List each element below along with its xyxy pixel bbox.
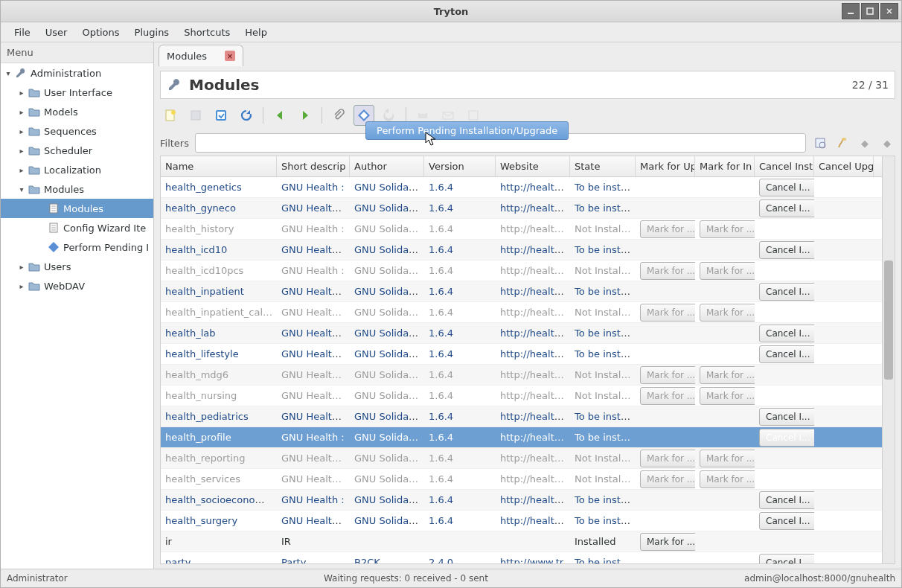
table-row[interactable]: partyPartyB2CK2.4.0http://www.trTo be in…: [161, 552, 882, 563]
mark-button[interactable]: Mark for ...: [640, 220, 695, 238]
cancel-button[interactable]: Cancel I...: [759, 491, 814, 509]
mark-button[interactable]: Mark for ...: [640, 387, 695, 405]
tree-webdav[interactable]: ▸WebDAV: [1, 276, 153, 295]
table-row[interactable]: health_profileGNU Health :GNU Solidario1…: [161, 427, 882, 448]
expander-icon[interactable]: ▸: [17, 166, 26, 174]
col-name[interactable]: Name: [161, 156, 277, 176]
table-row[interactable]: health_surgeryGNU Health: SGNU Solidario…: [161, 511, 882, 531]
mark-button[interactable]: Mark for ...: [640, 262, 695, 280]
cancel-button[interactable]: Cancel I...: [759, 241, 814, 259]
cancel-button[interactable]: Cancel I...: [759, 325, 814, 342]
col-mark-for-in[interactable]: Mark for In: [695, 156, 755, 176]
expander-icon[interactable]: ▸: [17, 127, 26, 135]
attach-icon[interactable]: [328, 105, 349, 126]
tree-modules[interactable]: Modules: [1, 199, 153, 218]
mark-button[interactable]: Mark for ...: [640, 304, 695, 322]
scrollbar-thumb[interactable]: [884, 261, 893, 380]
mark-button[interactable]: Mark for ...: [700, 450, 755, 467]
minimize-button[interactable]: [842, 3, 860, 19]
cancel-button[interactable]: Cancel I...: [759, 512, 814, 530]
table-row[interactable]: health_icd10GNU Health: IGNU Solidario1.…: [161, 240, 882, 261]
expander-icon[interactable]: ▾: [4, 69, 13, 77]
table-row[interactable]: irIRInstalledMark for ...: [161, 531, 882, 552]
tree-localization[interactable]: ▸Localization: [1, 160, 153, 179]
mark-button[interactable]: Mark for ...: [640, 470, 695, 488]
table-row[interactable]: health_nursingGNU Health : IGNU Solidari…: [161, 386, 882, 406]
mark-button[interactable]: Mark for ...: [700, 470, 755, 488]
expander-icon[interactable]: ▸: [17, 282, 26, 290]
mark-button[interactable]: Mark for ...: [700, 387, 755, 405]
nav-tree[interactable]: ▾Administration▸User Interface▸Models▸Se…: [1, 63, 153, 569]
tab-modules[interactable]: Modules ×: [159, 45, 243, 66]
vertical-scrollbar[interactable]: [882, 156, 895, 563]
menu-plugins[interactable]: Plugins: [127, 24, 177, 41]
table-row[interactable]: health_socioeconomicsGNU Health :GNU Sol…: [161, 490, 882, 511]
expander-icon[interactable]: ▸: [17, 89, 26, 97]
mark-button[interactable]: Mark for ...: [640, 450, 695, 467]
table-row[interactable]: health_servicesGNU Health : IGNU Solidar…: [161, 469, 882, 490]
table-row[interactable]: health_inpatient_calenGNU Health: IGNU S…: [161, 302, 882, 323]
table-row[interactable]: health_mdg6GNU Health : IGNU Solidario1.…: [161, 365, 882, 386]
expander-icon[interactable]: ▾: [17, 185, 26, 194]
mark-button[interactable]: Mark for ...: [700, 262, 755, 280]
cancel-button[interactable]: Cancel I...: [759, 408, 814, 426]
new-icon[interactable]: [160, 105, 181, 126]
table-row[interactable]: health_icd10pcsGNU Health :GNU Solidario…: [161, 261, 882, 281]
table-row[interactable]: health_geneticsGNU Health :GNU Solidario…: [161, 177, 882, 198]
save-icon[interactable]: [185, 105, 206, 126]
mark-button[interactable]: Mark for ...: [640, 533, 695, 551]
menu-shortcuts[interactable]: Shortcuts: [176, 24, 237, 41]
cancel-button[interactable]: Cancel I...: [759, 345, 814, 363]
table-row[interactable]: health_lifestyleGNU Health: LGNU Solidar…: [161, 344, 882, 365]
tree-administration[interactable]: ▾Administration: [1, 63, 153, 83]
tree-sequences[interactable]: ▸Sequences: [1, 121, 153, 141]
col-mark-for-up[interactable]: Mark for Up: [636, 156, 695, 176]
close-button[interactable]: [880, 3, 898, 19]
tree-models[interactable]: ▸Models: [1, 102, 153, 121]
menu-file[interactable]: File: [7, 24, 38, 41]
table-row[interactable]: health_labGNU Health: LGNU Solidario1.6.…: [161, 323, 882, 344]
col-version[interactable]: Version: [424, 156, 496, 176]
col-cancel-inst[interactable]: Cancel Inst: [755, 156, 814, 176]
expander-icon[interactable]: ▸: [17, 263, 26, 271]
table-row[interactable]: health_pediatricsGNU Health: PGNU Solida…: [161, 406, 882, 427]
menu-options[interactable]: Options: [74, 24, 127, 41]
cancel-button[interactable]: Cancel I...: [759, 199, 814, 217]
mark-button[interactable]: Mark for ...: [640, 366, 695, 384]
expander-icon[interactable]: ▸: [17, 147, 26, 155]
table-row[interactable]: health_gynecoGNU Health: GGNU Solidario1…: [161, 198, 882, 219]
prev-filter-icon[interactable]: ◆: [857, 135, 873, 151]
tree-user-interface[interactable]: ▸User Interface: [1, 83, 153, 102]
cancel-button[interactable]: Cancel I...: [759, 554, 814, 564]
tree-perform-pending-i[interactable]: Perform Pending I: [1, 237, 153, 257]
tree-config-wizard-ite[interactable]: Config Wizard Ite: [1, 218, 153, 237]
reload-icon[interactable]: [236, 105, 257, 126]
expander-icon[interactable]: ▸: [17, 108, 26, 116]
col-author[interactable]: Author: [350, 156, 424, 176]
col-state[interactable]: State: [570, 156, 636, 176]
bookmark-filter-icon[interactable]: [812, 135, 828, 151]
mark-button[interactable]: Mark for ...: [700, 304, 755, 322]
next-filter-icon[interactable]: ◆: [879, 135, 895, 151]
cancel-button[interactable]: Cancel I...: [759, 283, 814, 301]
tree-scheduler[interactable]: ▸Scheduler: [1, 141, 153, 160]
mark-button[interactable]: Mark for ...: [700, 366, 755, 384]
col-cancel-upg[interactable]: Cancel Upg: [814, 156, 874, 176]
maximize-button[interactable]: [861, 3, 879, 19]
mark-button[interactable]: Mark for ...: [700, 220, 755, 238]
prev-icon[interactable]: [269, 105, 290, 126]
menu-help[interactable]: Help: [237, 24, 275, 41]
tree-users[interactable]: ▸Users: [1, 257, 153, 276]
table-row[interactable]: health_inpatientGNU Health: IGNU Solidar…: [161, 281, 882, 302]
col-website[interactable]: Website: [496, 156, 570, 176]
switch-view-icon[interactable]: [211, 105, 231, 126]
menu-user[interactable]: User: [38, 24, 75, 41]
col-short-descrip[interactable]: Short descrip: [277, 156, 350, 176]
table-row[interactable]: health_historyGNU Health :GNU Solidario1…: [161, 219, 882, 240]
tab-close-icon[interactable]: ×: [225, 51, 235, 61]
table-row[interactable]: health_reportingGNU Health : IGNU Solida…: [161, 448, 882, 469]
clear-filter-icon[interactable]: [834, 135, 851, 151]
cancel-button[interactable]: Cancel I...: [759, 429, 814, 447]
tree-modules[interactable]: ▾Modules: [1, 179, 153, 199]
next-icon[interactable]: [295, 105, 316, 126]
